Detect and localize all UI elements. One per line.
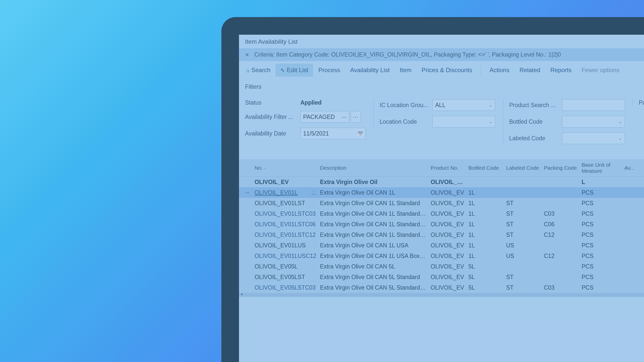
ic-location-group-field[interactable]: ALL ⌄	[432, 99, 495, 111]
cell-description: Extra Virgin Olive Oil CAN 5L Standard B…	[318, 284, 429, 291]
cell-no[interactable]: OLIVOIL_EV01LST	[253, 200, 318, 207]
row-indicator-icon: →	[242, 189, 253, 196]
cell-description: Extra Virgin Olive Oil	[318, 179, 429, 186]
cell-labeled: US	[504, 242, 542, 249]
table-row[interactable]: OLIVOIL_EV05LSTExtra Virgin Olive Oil CA…	[239, 272, 644, 282]
table-row[interactable]: OLIVOIL_EV05LExtra Virgin Olive Oil CAN …	[239, 261, 644, 272]
edit-list-button[interactable]: Edit List	[275, 64, 313, 77]
cell-product-no: OLIVOIL_EV	[429, 189, 466, 196]
cell-uom: PCS	[580, 242, 622, 249]
location-code-field[interactable]: ⌄	[432, 116, 495, 127]
cell-description: Extra Virgin Olive Oil CAN 5L Standard	[318, 274, 429, 281]
cell-labeled: ST	[504, 200, 542, 207]
col-arrow	[242, 167, 253, 169]
col-avail[interactable]: Av...	[622, 164, 644, 172]
cell-bottled: 1L	[466, 232, 504, 238]
availability-date-field[interactable]: 11/5/2021	[300, 128, 366, 139]
availability-list-button[interactable]: Availability List	[345, 64, 395, 77]
col-no[interactable]: No. ↑	[253, 164, 318, 172]
cell-uom: PCS	[580, 221, 622, 228]
cell-labeled: ST	[504, 274, 542, 281]
labeled-code-label: Labeled Code	[509, 135, 559, 142]
cell-product-no: OLIVOIL_EV	[429, 253, 466, 259]
cell-no[interactable]: OLIVOIL_EV01LSTC12	[253, 232, 318, 238]
table-row[interactable]: OLIVOIL_EV01LSTC03Extra Virgin Olive Oil…	[239, 208, 644, 219]
cell-product-no: OLIVOIL_EV	[429, 210, 466, 217]
col-packing-code[interactable]: Packing Code	[542, 164, 580, 172]
horizontal-scrollbar[interactable]	[239, 293, 644, 297]
criteria-bar: ✕ Criteria: Item Category Code: OLIVEOIL…	[239, 48, 644, 61]
search-button[interactable]: Search	[241, 64, 275, 77]
product-search-label: Product Search ...	[509, 102, 559, 109]
cell-no[interactable]: OLIVOIL_EV01LUS	[253, 242, 318, 249]
cell-no[interactable]: OLIVOIL_EV01L⋮	[253, 189, 318, 196]
cell-packing: C03	[542, 284, 580, 291]
cell-bottled: 5L	[466, 274, 504, 281]
cell-product-no: OLIVOIL_EV	[429, 263, 466, 270]
col-bottled-code[interactable]: Bottled Code	[466, 164, 504, 172]
bottled-code-label: Bottled Code	[509, 118, 559, 125]
close-icon[interactable]: ✕	[245, 52, 249, 58]
related-button[interactable]: Related	[514, 64, 545, 77]
cell-description: Extra Virgin Olive Oil CAN 1L Standard	[318, 200, 429, 207]
cell-bottled: 1L	[466, 189, 504, 196]
ic-location-group-label: IC Location Grou...	[380, 102, 430, 109]
table-row[interactable]: OLIVOIL_EV01LSTC12Extra Virgin Olive Oil…	[239, 230, 644, 240]
cell-description: Extra Virgin Olive Oil CAN 1L USA Box of…	[318, 253, 429, 259]
cell-no[interactable]: OLIVOIL_EV05L	[253, 263, 318, 270]
cell-product-no: OLIVOIL_EV	[429, 200, 466, 207]
cell-no[interactable]: OLIVOIL_EV05LSTC03	[253, 284, 318, 291]
item-button[interactable]: Item	[395, 64, 417, 77]
grid-header: No. ↑ Description Product No. Bottled Co…	[239, 159, 644, 177]
cell-uom: PCS	[580, 189, 622, 196]
cell-labeled: ST	[504, 221, 542, 228]
row-menu-icon[interactable]: ⋮	[311, 190, 316, 195]
status-label: Status	[245, 99, 298, 106]
col-product-no[interactable]: Product No.	[429, 164, 466, 172]
status-value: Applied	[300, 99, 366, 106]
product-search-field[interactable]	[562, 99, 625, 111]
labeled-code-field[interactable]: ⌄	[562, 132, 625, 144]
table-row[interactable]: OLIVOIL_EV05LSTC03Extra Virgin Olive Oil…	[239, 282, 644, 293]
fewer-options-button[interactable]: Fewer options	[577, 64, 625, 77]
cell-packing: C03	[542, 210, 580, 217]
table-row[interactable]: OLIVOIL_EVExtra Virgin Olive OilOLIVOIL_…	[239, 177, 644, 187]
table-row[interactable]: OLIVOIL_EV01LSTExtra Virgin Olive Oil CA…	[239, 198, 644, 208]
cell-uom: PCS	[580, 232, 622, 238]
filters-panel: Status Applied Availability Filter ... P…	[239, 92, 644, 154]
chevron-down-icon: ⌄	[489, 119, 493, 124]
cell-no[interactable]: OLIVOIL_EV01LSTC03	[253, 210, 318, 217]
col-base-unit[interactable]: Base Unit ofMeasure	[580, 161, 622, 174]
cell-no[interactable]: OLIVOIL_EV	[253, 179, 318, 186]
table-row[interactable]: OLIVOIL_EV01LUSExtra Virgin Olive Oil CA…	[239, 240, 644, 251]
chevron-down-icon: ⌄	[618, 135, 622, 141]
process-button[interactable]: Process	[313, 64, 345, 77]
cell-no[interactable]: OLIVOIL_EV05LST	[253, 274, 318, 281]
prices-button[interactable]: Prices & Discounts	[417, 64, 477, 77]
cell-bottled: 1L	[466, 221, 504, 228]
criteria-text: Criteria: Item Category Code: OLIVEOIL|E…	[254, 51, 561, 58]
cell-uom: PCS	[580, 200, 622, 207]
availability-filter-more-button[interactable]: ···	[351, 111, 361, 123]
col-description[interactable]: Description	[318, 164, 429, 172]
reports-button[interactable]: Reports	[545, 64, 577, 77]
cell-description: Extra Virgin Olive Oil CAN 1L Standard B…	[318, 221, 429, 228]
cell-product-no: OLIVOIL_EV	[429, 232, 466, 238]
filters-heading: Filters	[239, 79, 644, 92]
table-row[interactable]: →OLIVOIL_EV01L⋮Extra Virgin Olive Oil CA…	[239, 187, 644, 198]
calendar-icon[interactable]	[357, 130, 363, 137]
table-row[interactable]: OLIVOIL_EV01LUSC12Extra Virgin Olive Oil…	[239, 251, 644, 261]
cell-labeled: ST	[504, 284, 542, 291]
search-icon	[246, 67, 249, 74]
cell-no[interactable]: OLIVOIL_EV01LUSC12	[253, 253, 318, 259]
grid-body: OLIVOIL_EVExtra Virgin Olive OilOLIVOIL_…	[239, 177, 644, 293]
col-labeled-code[interactable]: Labeled Code	[504, 164, 542, 172]
bottled-code-field[interactable]: ⌄	[562, 116, 625, 127]
cell-no[interactable]: OLIVOIL_EV01LSTC06	[253, 221, 318, 228]
filters-col-3: Product Search ... Bottled Code ⌄ Labele…	[503, 99, 625, 144]
table-row[interactable]: OLIVOIL_EV01LSTC06Extra Virgin Olive Oil…	[239, 219, 644, 230]
actions-button[interactable]: Actions	[485, 64, 514, 77]
cell-bottled: 1L	[466, 253, 504, 259]
availability-filter-field[interactable]: PACKAGED ···	[300, 111, 349, 123]
cell-description: Extra Virgin Olive Oil CAN 1L	[318, 189, 429, 196]
